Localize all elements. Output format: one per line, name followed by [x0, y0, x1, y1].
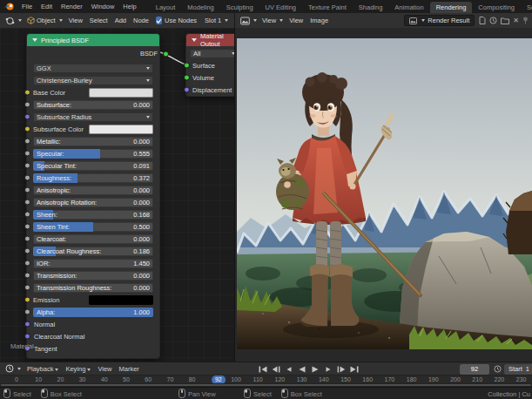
play-button[interactable] — [310, 364, 320, 375]
tab-modeling[interactable]: Modeling — [181, 2, 219, 13]
prev-keyframe-button[interactable] — [271, 364, 281, 375]
jump-end-button[interactable] — [349, 364, 360, 375]
output-node-header[interactable]: Material Output — [186, 34, 235, 46]
tab-animation[interactable]: Animation — [388, 2, 429, 13]
dropdown-christensen-burley[interactable]: Christensen-Burley — [33, 76, 153, 85]
purple-socket[interactable] — [184, 87, 190, 93]
next-frame-button[interactable] — [323, 364, 333, 375]
gray-socket[interactable] — [24, 285, 30, 291]
shader-menu-node[interactable]: Node — [130, 17, 152, 24]
bsdf-row-base-color[interactable]: Base Color — [33, 86, 153, 98]
bsdf-row-ggx[interactable]: GGX — [33, 62, 153, 74]
yellow-socket[interactable] — [24, 297, 30, 303]
image-datablock-selector[interactable]: Render Result — [404, 15, 475, 26]
purple-socket[interactable] — [24, 114, 30, 120]
gray-socket[interactable] — [24, 224, 30, 230]
bsdf-row-anisotropic[interactable]: Anisotropic:0.000 — [33, 184, 153, 196]
bsdf-row-specular[interactable]: Specular:0.555 — [33, 147, 153, 159]
bsdf-node-header[interactable]: Principled BSDF — [27, 34, 159, 46]
image-menu-image[interactable]: Image — [306, 17, 332, 24]
bsdf-row-clearcoat-roughness[interactable]: Clearcoat Roughness:0.186 — [33, 245, 153, 257]
slider-specular[interactable]: Specular:0.555 — [33, 149, 153, 159]
material-output-node[interactable]: Material Output All SurfaceVolumeDisplac… — [185, 33, 235, 97]
gray-socket[interactable] — [24, 139, 30, 145]
slider-transmission[interactable]: Transmission:0.000 — [33, 271, 153, 281]
slider-sheen[interactable]: Sheen:0.168 — [33, 210, 153, 220]
gray-socket[interactable] — [24, 248, 30, 254]
slider-specular-tint[interactable]: Specular Tint:0.091 — [33, 161, 153, 171]
jump-start-button[interactable] — [258, 364, 268, 375]
bsdf-output-socket[interactable] — [163, 51, 169, 57]
slider-transmission-roughness[interactable]: Transmission Roughness:0.000 — [33, 283, 153, 293]
gray-socket[interactable] — [24, 236, 30, 242]
image-menu-view[interactable]: View — [286, 17, 306, 24]
slider-anisotropic-rotation[interactable]: Anisotropic Rotation:0.000 — [33, 198, 153, 207]
slider-anisotropic[interactable]: Anisotropic:0.000 — [33, 186, 153, 195]
gray-socket[interactable] — [24, 187, 30, 193]
collapse-icon[interactable] — [192, 38, 197, 42]
bsdf-row-clearcoat-normal[interactable]: Clearcoat Normal — [33, 330, 153, 342]
gray-socket[interactable] — [24, 212, 30, 218]
bsdf-row-anisotropic-rotation[interactable]: Anisotropic Rotation:0.000 — [33, 196, 153, 208]
bsdf-row-subsurface-radius[interactable]: Subsurface Radius — [33, 111, 153, 123]
bsdf-row-emission[interactable]: Emission — [33, 294, 153, 306]
slider-subsurface[interactable]: Subsurface:0.000 — [33, 100, 153, 110]
collapse-icon[interactable] — [32, 38, 37, 42]
bsdf-row-clearcoat[interactable]: Clearcoat:0.000 — [33, 233, 153, 245]
yellow-socket[interactable] — [24, 90, 30, 96]
shader-editor-canvas[interactable]: Principled BSDF BSDF GGXChristensen-Burl… — [0, 28, 235, 362]
timeline-menu-playback[interactable]: Playback — [24, 365, 62, 373]
current-frame-field[interactable]: 92 — [460, 364, 489, 375]
tab-texture-paint[interactable]: Texture Paint — [302, 2, 353, 13]
start-frame-field[interactable]: Start 1 — [504, 364, 532, 375]
next-keyframe-button[interactable] — [336, 364, 347, 375]
bsdf-row-alpha[interactable]: Alpha:1.000 — [33, 306, 153, 318]
menu-help[interactable]: Help — [118, 3, 140, 10]
gray-socket[interactable] — [24, 309, 30, 315]
shader-menu-add[interactable]: Add — [111, 17, 130, 24]
slot-selector[interactable]: Slot 1 — [202, 15, 231, 26]
green-socket[interactable] — [184, 75, 190, 81]
bsdf-row-normal[interactable]: Normal — [33, 318, 153, 330]
menu-window[interactable]: Window — [87, 3, 119, 10]
dropdown-ggx[interactable]: GGX — [33, 64, 153, 73]
tab-uv-editing[interactable]: UV Editing — [259, 2, 302, 13]
slider-clearcoat[interactable]: Clearcoat:0.000 — [33, 234, 153, 244]
prev-frame-button[interactable] — [284, 364, 294, 375]
bsdf-row-sheen[interactable]: Sheen:0.168 — [33, 208, 153, 220]
color-swatch-subsurface-color[interactable] — [89, 125, 153, 134]
open-folder-icon[interactable] — [501, 17, 509, 24]
output-input-volume[interactable]: Volume — [186, 71, 235, 84]
slider-ior[interactable]: IOR:1.450 — [33, 259, 153, 268]
timeline-menu-keying[interactable]: Keying — [62, 365, 94, 373]
menu-render[interactable]: Render — [57, 3, 87, 10]
color-swatch-base-color[interactable] — [89, 88, 153, 98]
image-editor-canvas[interactable] — [235, 28, 532, 362]
principled-bsdf-node[interactable]: Principled BSDF BSDF GGXChristensen-Burl… — [26, 33, 160, 359]
green-socket[interactable] — [184, 63, 190, 69]
use-nodes-checkbox[interactable] — [156, 17, 162, 24]
tab-shading[interactable]: Shading — [353, 2, 389, 13]
bsdf-row-transmission-roughness[interactable]: Transmission Roughness:0.000 — [33, 281, 153, 294]
blender-logo-icon[interactable] — [3, 2, 15, 11]
dropdown-subsurface-radius[interactable]: Subsurface Radius — [33, 112, 153, 122]
slider-alpha[interactable]: Alpha:1.000 — [33, 308, 153, 317]
yellow-socket[interactable] — [24, 126, 30, 132]
slider-roughness[interactable]: Roughness:0.372 — [33, 173, 153, 183]
bsdf-row-subsurface[interactable]: Subsurface:0.000 — [33, 98, 153, 111]
shader-menu-select[interactable]: Select — [86, 17, 111, 24]
bsdf-row-specular-tint[interactable]: Specular Tint:0.091 — [33, 159, 153, 172]
output-target-dropdown[interactable]: All — [190, 49, 235, 58]
bsdf-row-roughness[interactable]: Roughness:0.372 — [33, 172, 153, 184]
shader-menu-view[interactable]: View — [65, 17, 86, 24]
unlink-icon[interactable]: ✕ — [513, 17, 519, 24]
purple-socket[interactable] — [24, 334, 30, 340]
mode-selector[interactable]: View — [259, 15, 286, 26]
purple-socket[interactable] — [24, 321, 30, 328]
bsdf-row-ior[interactable]: IOR:1.450 — [33, 257, 153, 269]
bsdf-row-transmission[interactable]: Transmission:0.000 — [33, 269, 153, 281]
pin-icon[interactable] — [522, 17, 529, 24]
tab-layout[interactable]: Layout — [150, 2, 182, 13]
timeline-menu-view[interactable]: View — [94, 365, 115, 373]
slider-sheen-tint[interactable]: Sheen Tint:0.500 — [33, 222, 153, 232]
